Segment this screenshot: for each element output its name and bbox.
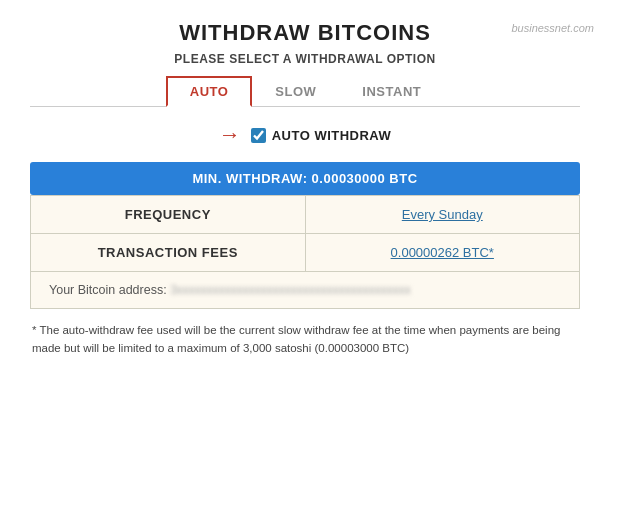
auto-withdraw-checkbox[interactable] [251,128,266,143]
address-cell: Your Bitcoin address: 3xxxxxxxxxxxxxxxxx… [31,272,580,309]
watermark: businessnet.com [511,22,594,34]
info-table: FREQUENCY Every Sunday TRANSACTION FEES … [30,195,580,309]
min-withdraw-bar: MIN. WITHDRAW: 0.00030000 BTC [30,162,580,195]
transaction-fees-value: 0.00000262 BTC* [305,234,580,272]
bitcoin-address: 3xxxxxxxxxxxxxxxxxxxxxxxxxxxxxxxxxxxxxxx [170,283,411,297]
tab-bar: AUTO SLOW INSTANT [30,76,580,107]
address-row: Your Bitcoin address: 3xxxxxxxxxxxxxxxxx… [31,272,580,309]
transaction-fees-label: TRANSACTION FEES [31,234,306,272]
auto-withdraw-row: → AUTO WITHDRAW [30,122,580,148]
table-row: TRANSACTION FEES 0.00000262 BTC* [31,234,580,272]
tab-instant[interactable]: INSTANT [339,76,444,107]
auto-withdraw-label: AUTO WITHDRAW [272,128,392,143]
tab-auto[interactable]: AUTO [166,76,253,107]
address-label: Your Bitcoin address: [49,283,167,297]
tab-slow[interactable]: SLOW [252,76,339,107]
frequency-value: Every Sunday [305,196,580,234]
subtitle: PLEASE SELECT A WITHDRAWAL OPTION [30,52,580,66]
table-row: FREQUENCY Every Sunday [31,196,580,234]
footnote: * The auto-withdraw fee used will be the… [30,321,580,358]
frequency-label: FREQUENCY [31,196,306,234]
page-title: WITHDRAW BITCOINS [30,20,580,46]
arrow-icon: → [219,122,241,148]
main-container: WITHDRAW BITCOINS PLEASE SELECT A WITHDR… [10,10,600,373]
